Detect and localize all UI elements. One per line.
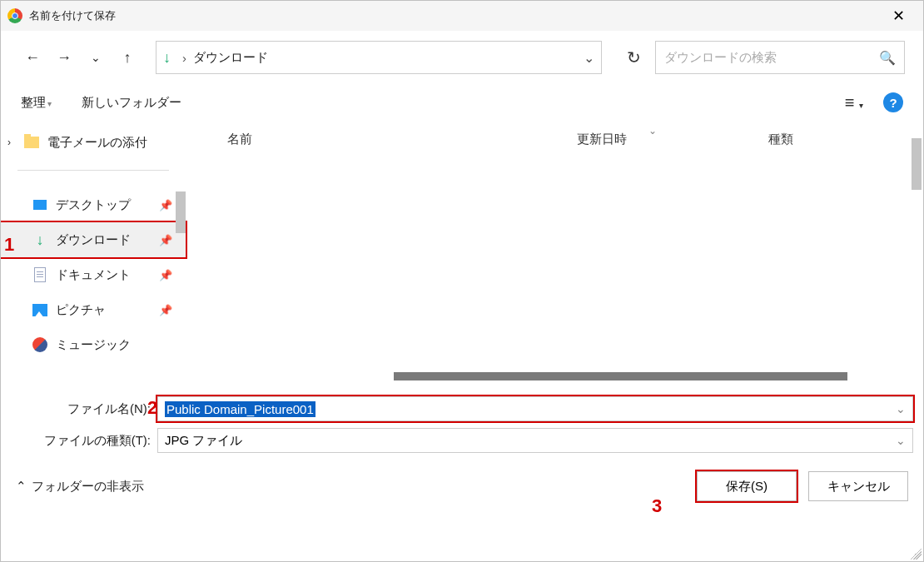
pin-icon[interactable]: 📌 <box>159 234 172 246</box>
view-options-button[interactable]: ≡ ▾ <box>845 93 863 112</box>
organize-button[interactable]: 整理▾ <box>21 95 52 111</box>
help-button[interactable]: ? <box>883 92 903 112</box>
dialog-footer: ⌃ フォルダーの非表示 保存(S) キャンセル <box>1 457 923 515</box>
navigation-sidebar: › 電子メールの添付 デスクトップ 📌 ↓ ダウンロード 📌 ドキュメント 📌 … <box>1 122 186 387</box>
up-button[interactable]: ↑ <box>114 42 141 72</box>
sidebar-item-label: ピクチャ <box>56 302 106 318</box>
filename-label: ファイル名(N): <box>11 401 157 417</box>
title-bar: 名前を付けて保存 ✕ <box>1 1 923 31</box>
toolbar: 整理▾ 新しいフォルダー ≡ ▾ ? <box>1 84 923 121</box>
hide-folders-button[interactable]: ⌃ フォルダーの非表示 <box>16 479 144 495</box>
filename-input[interactable]: Public Domain_Picture001 ⌄ <box>157 396 913 421</box>
pin-icon[interactable]: 📌 <box>159 269 172 281</box>
sidebar-scrollbar[interactable] <box>176 191 186 233</box>
sidebar-item-desktop[interactable]: デスクトップ 📌 <box>1 187 186 222</box>
sidebar-item-downloads[interactable]: ↓ ダウンロード 📌 <box>1 222 186 257</box>
expand-icon[interactable]: › <box>7 137 11 148</box>
sidebar-item-email-attachments[interactable]: › 電子メールの添付 <box>1 125 186 160</box>
file-fields: ファイル名(N): Public Domain_Picture001 ⌄ ファイ… <box>1 387 923 457</box>
address-dropdown-icon[interactable]: ⌄ <box>584 50 594 66</box>
callout-3: 3 <box>652 495 662 517</box>
filetype-label: ファイルの種類(T): <box>11 433 157 449</box>
sidebar-divider <box>17 170 169 171</box>
column-type[interactable]: 種類 <box>768 132 923 147</box>
pictures-icon <box>32 304 47 316</box>
document-icon <box>34 267 46 282</box>
callout-2: 2 <box>147 397 157 419</box>
pin-icon[interactable]: 📌 <box>159 199 172 211</box>
desktop-icon <box>32 199 47 211</box>
music-icon <box>32 337 47 352</box>
sidebar-item-music[interactable]: ミュージック <box>1 327 186 362</box>
recent-dropdown[interactable]: ⌄ <box>82 42 109 72</box>
scrollbar-thumb[interactable] <box>912 138 922 190</box>
sidebar-item-pictures[interactable]: ピクチャ 📌 <box>1 292 186 327</box>
horizontal-scrollbar[interactable] <box>394 372 898 380</box>
sidebar-item-label: 電子メールの添付 <box>47 135 147 151</box>
breadcrumb-separator: › <box>182 51 186 65</box>
save-button[interactable]: 保存(S) <box>697 471 797 501</box>
address-bar[interactable]: ↓ › ダウンロード ⌄ <box>156 41 602 74</box>
sidebar-item-label: ドキュメント <box>56 267 131 283</box>
chrome-icon <box>7 8 22 23</box>
refresh-button[interactable]: ↻ <box>617 41 650 74</box>
sidebar-item-documents[interactable]: ドキュメント 📌 <box>1 257 186 292</box>
main-area: › 電子メールの添付 デスクトップ 📌 ↓ ダウンロード 📌 ドキュメント 📌 … <box>1 121 923 387</box>
forward-button[interactable]: → <box>51 42 77 72</box>
search-placeholder: ダウンロードの検索 <box>664 50 777 66</box>
pin-icon[interactable]: 📌 <box>159 304 172 316</box>
new-folder-button[interactable]: 新しいフォルダー <box>82 95 181 111</box>
download-icon: ↓ <box>32 232 47 247</box>
navigation-bar: ← → ⌄ ↑ ↓ › ダウンロード ⌄ ↻ ダウンロードの検索 🔍 <box>1 31 923 84</box>
column-headers: 名前 更新日時⌄ 種類 <box>186 122 923 158</box>
resize-grip[interactable] <box>910 548 922 560</box>
sort-indicator-icon: ⌄ <box>648 125 657 137</box>
filetype-select[interactable]: JPG ファイル ⌄ <box>157 428 913 453</box>
callout-1: 1 <box>4 234 14 256</box>
download-folder-icon: ↓ <box>163 49 171 67</box>
sidebar-item-label: ダウンロード <box>56 232 131 248</box>
search-icon[interactable]: 🔍 <box>879 50 896 66</box>
folder-icon <box>24 137 39 148</box>
scrollbar-thumb[interactable] <box>394 372 847 380</box>
search-box[interactable]: ダウンロードの検索 🔍 <box>655 41 905 74</box>
chevron-up-icon: ⌃ <box>16 479 27 494</box>
filename-value: Public Domain_Picture001 <box>165 401 315 417</box>
sidebar-item-label: ミュージック <box>56 337 131 353</box>
file-list-area: 名前 更新日時⌄ 種類 <box>186 122 923 387</box>
filetype-value: JPG ファイル <box>165 433 242 449</box>
back-button[interactable]: ← <box>19 42 46 72</box>
close-button[interactable]: ✕ <box>882 4 915 27</box>
filename-dropdown-icon[interactable]: ⌄ <box>896 402 906 415</box>
window-title: 名前を付けて保存 <box>29 8 116 23</box>
cancel-button[interactable]: キャンセル <box>808 471 908 501</box>
filetype-dropdown-icon[interactable]: ⌄ <box>896 434 906 447</box>
vertical-scrollbar[interactable] <box>910 128 923 370</box>
sidebar-item-label: デスクトップ <box>56 197 131 213</box>
column-date[interactable]: 更新日時⌄ <box>577 132 768 147</box>
column-name[interactable]: 名前 <box>227 132 577 147</box>
current-location: ダウンロード <box>193 50 268 66</box>
